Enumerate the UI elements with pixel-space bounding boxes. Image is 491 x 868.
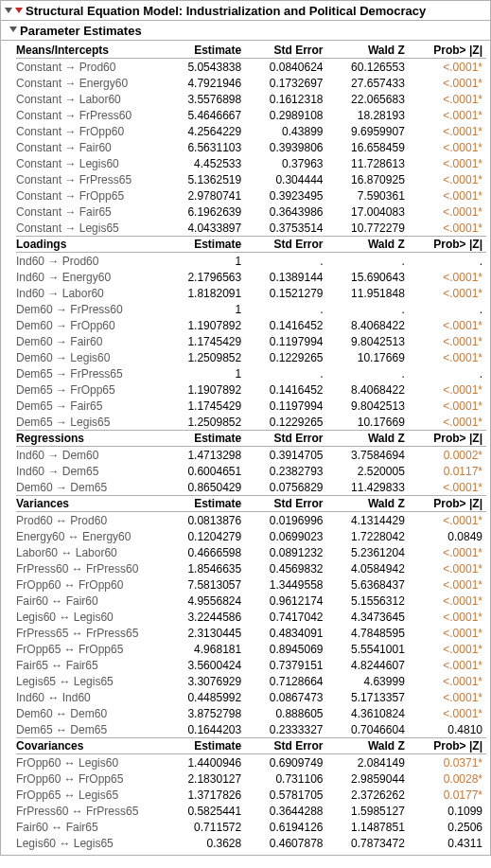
cell: 2.3726262 (327, 787, 409, 803)
cell: 0.7046604 (327, 721, 409, 738)
column-header: Prob> |Z| (409, 431, 486, 447)
table-row: Ind60 → Dem650.60046510.23827932.5200050… (16, 463, 486, 479)
cell: 0.5825441 (166, 803, 245, 819)
cell: 6.5631103 (166, 139, 245, 155)
p-value: 0.0117* (409, 463, 486, 479)
cell: 0.7379151 (245, 657, 326, 673)
table-row: Ind60 → Energy602.17965630.138914415.690… (16, 269, 486, 285)
table-row: FrPress60 ↔ FrPress650.58254410.36442881… (16, 803, 486, 819)
cell: 8.4068422 (327, 317, 409, 333)
row-label: Constant → FrOpp65 (16, 187, 166, 204)
cell: 0.1204279 (166, 528, 245, 544)
row-label: FrOpp60 ↔ FrOpp60 (16, 576, 166, 593)
p-value: 0.2506 (409, 819, 486, 835)
column-header: Wald Z (327, 431, 409, 447)
cell: 16.870925 (327, 171, 409, 187)
row-label: Legis65 ↔ Legis65 (16, 673, 166, 689)
table-row: Energy60 ↔ Energy600.12042790.06990231.7… (16, 528, 486, 544)
row-label: Dem60 → Fair60 (16, 333, 166, 349)
cell: 2.084149 (327, 754, 409, 771)
row-label: Dem60 → Legis60 (16, 349, 166, 365)
table-row: Legis65 ↔ Legis653.30769290.71286644.639… (16, 673, 486, 689)
column-header: Estimate (166, 237, 245, 253)
table-row: Dem65 → Fair651.17454290.11979949.804251… (16, 398, 486, 414)
p-value: <.0001* (409, 689, 486, 705)
cell: 4.7848595 (327, 625, 409, 641)
disclosure-icon[interactable] (3, 6, 14, 15)
table-row: Labor60 ↔ Labor600.46665980.08912325.236… (16, 544, 486, 560)
p-value: <.0001* (409, 59, 486, 76)
row-label: FrOpp65 ↔ Legis65 (16, 787, 166, 803)
row-label: Dem65 → FrOpp65 (16, 381, 166, 398)
p-value: 0.0002* (409, 447, 486, 464)
p-value: <.0001* (409, 285, 486, 301)
cell: 10.772279 (327, 220, 409, 237)
row-label: Constant → Energy60 (16, 75, 166, 91)
cell: 4.0433897 (166, 220, 245, 237)
p-value: <.0001* (409, 317, 486, 333)
cell: 4.1314429 (327, 512, 409, 529)
p-value: <.0001* (409, 625, 486, 641)
p-value: <.0001* (409, 187, 486, 204)
cell: 3.5576898 (166, 91, 245, 107)
cell: 5.2361204 (327, 544, 409, 560)
cell: 9.8042513 (327, 398, 409, 414)
cell: 0.7873472 (327, 835, 409, 851)
cell: 3.2244586 (166, 609, 245, 625)
row-label: Ind60 → Energy60 (16, 269, 166, 285)
cell: 7.590361 (327, 187, 409, 204)
cell: 1.4713298 (166, 447, 245, 464)
cell: 0.0891232 (245, 544, 326, 560)
cell: 16.658459 (327, 139, 409, 155)
p-value: <.0001* (409, 269, 486, 285)
table-row: FrPress60 ↔ FrPress601.85466350.45698324… (16, 560, 486, 576)
table-row: Dem60 ↔ Dem603.87527980.8886054.3610824<… (16, 705, 486, 721)
cell: 3.3076929 (166, 673, 245, 689)
p-value: <.0001* (409, 641, 486, 657)
p-value: <.0001* (409, 171, 486, 187)
p-value: . (409, 365, 486, 381)
row-label: Dem60 → Dem65 (16, 479, 166, 496)
title-bar[interactable]: Structural Equation Model: Industrializa… (1, 1, 490, 21)
cell: 4.0584942 (327, 560, 409, 576)
cell: 1.4400946 (166, 754, 245, 771)
row-label: Constant → Labor60 (16, 91, 166, 107)
column-header: Prob> |Z| (409, 43, 486, 59)
cell: 0.3939806 (245, 139, 326, 155)
row-label: Constant → FrOpp60 (16, 123, 166, 139)
column-header: Estimate (166, 431, 245, 447)
cell: 0.1416452 (245, 317, 326, 333)
table-row: Dem60 → Fair601.17454290.11979949.804251… (16, 333, 486, 349)
table-row: Legis60 ↔ Legis603.22445860.74170424.347… (16, 609, 486, 625)
row-label: Ind60 → Labor60 (16, 285, 166, 301)
cell: . (245, 365, 326, 381)
cell: 3.7584694 (327, 447, 409, 464)
cell: 0.0756829 (245, 479, 326, 496)
table-row: Constant → Energy604.79219460.173269727.… (16, 75, 486, 91)
cell: 4.3610824 (327, 705, 409, 721)
cell: . (245, 253, 326, 270)
cell: 2.3130445 (166, 625, 245, 641)
cell: 0.7128664 (245, 673, 326, 689)
cell: 0.1229265 (245, 349, 326, 365)
cell: 1.1907892 (166, 381, 245, 398)
cell: 1.7228042 (327, 528, 409, 544)
cell: 5.5541001 (327, 641, 409, 657)
row-label: Ind60 → Dem65 (16, 463, 166, 479)
cell: 4.3473645 (327, 609, 409, 625)
subtitle-bar[interactable]: Parameter Estimates (1, 21, 490, 41)
cell: 1.1907892 (166, 317, 245, 333)
cell: 1.1745429 (166, 398, 245, 414)
table-row: Dem65 → Legis651.25098520.122926510.1766… (16, 414, 486, 431)
column-header: Wald Z (327, 496, 409, 512)
table-row: Prod60 ↔ Prod600.08138760.01969964.13144… (16, 512, 486, 529)
cell: 1.1745429 (166, 333, 245, 349)
table-row: Constant → FrOpp652.97807410.39234957.59… (16, 187, 486, 204)
table-row: Fair60 ↔ Fair604.95568240.96121745.15563… (16, 593, 486, 609)
hotspot-icon[interactable] (14, 6, 24, 15)
disclosure-icon[interactable] (9, 24, 18, 37)
cell: 18.28193 (327, 107, 409, 123)
cell: 5.6368437 (327, 576, 409, 593)
cell: 0.37963 (245, 155, 326, 171)
cell: 0.1229265 (245, 414, 326, 431)
